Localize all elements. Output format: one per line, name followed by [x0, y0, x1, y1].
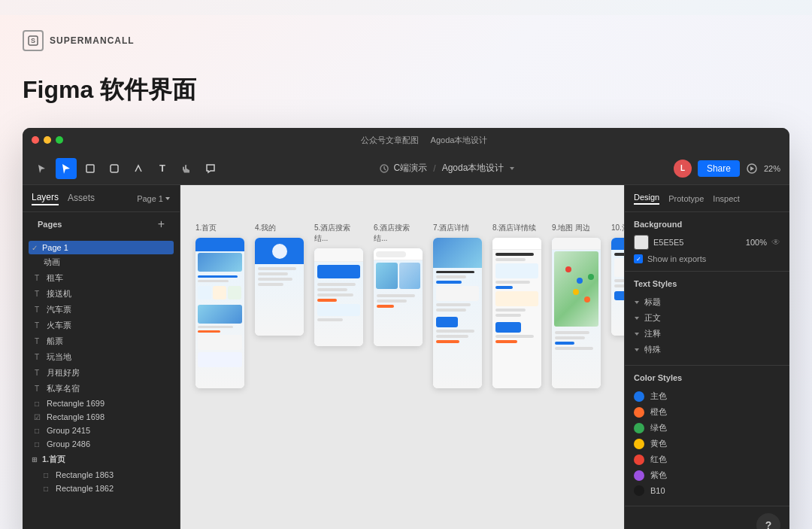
text-style-special[interactable]: 特殊: [634, 342, 780, 357]
phone-frame-2[interactable]: [255, 238, 304, 336]
frame-homepage: 1.首页: [195, 223, 244, 388]
layer-rect-1862[interactable]: □ Rectangle 1862: [29, 482, 174, 495]
frame-room-type: 10.酒店房型: [611, 223, 624, 336]
pages-title: Pages: [38, 220, 62, 229]
layer-rental-room[interactable]: T 月租好房: [29, 365, 174, 381]
tab-page[interactable]: Page 1: [137, 194, 171, 203]
right-panel: Design Prototype Inspect Background E5E5…: [624, 185, 789, 529]
text-icon: T: [32, 290, 42, 298]
brand-header: S SUPERMANCALL: [23, 30, 789, 51]
close-button[interactable]: [32, 136, 39, 144]
title-bar-middle: 公众号文章配图 Agoda本地设计: [68, 135, 780, 146]
add-page-button[interactable]: +: [158, 218, 165, 230]
color-b10[interactable]: B10: [634, 483, 780, 498]
pen-tool[interactable]: [128, 158, 149, 179]
phone-frame-5[interactable]: [433, 238, 482, 388]
help-button[interactable]: ?: [756, 513, 780, 529]
tab-inspect[interactable]: Inspect: [713, 194, 739, 203]
phone-frame-8[interactable]: [611, 238, 624, 336]
group-icon: □: [32, 427, 42, 435]
play-icon[interactable]: [746, 163, 758, 175]
phone-frame-6[interactable]: [492, 238, 541, 388]
frame-mine: 4.我的: [255, 223, 304, 336]
text-icon: T: [32, 274, 42, 282]
tab-design[interactable]: Design: [634, 193, 659, 205]
tab-prototype[interactable]: Prototype: [668, 194, 704, 203]
check-rect-icon: ☑: [32, 413, 42, 421]
cursor-tool[interactable]: [56, 158, 77, 179]
text-icon: T: [32, 385, 42, 393]
zoom-level[interactable]: 22%: [764, 164, 780, 173]
frame-label-6: 8.酒店详情续: [492, 223, 536, 233]
minimize-button[interactable]: [44, 136, 51, 144]
rect-icon: □: [41, 485, 51, 493]
toolbar: T C端演示 / Agoda本地: [23, 152, 789, 185]
layer-bus-ticket[interactable]: T 汽车票: [29, 302, 174, 318]
user-avatar[interactable]: L: [674, 160, 692, 178]
color-primary[interactable]: 主色: [634, 388, 780, 404]
frame-label-2: 4.我的: [255, 223, 276, 233]
frame-label-3: 5.酒店搜索结...: [314, 223, 363, 244]
phone-frame-4[interactable]: [374, 248, 423, 346]
layer-rect-1863[interactable]: □ Rectangle 1863: [29, 468, 174, 482]
background-control: E5E5E5 100% 👁: [634, 235, 780, 250]
text-styles-section: Text Styles 标题 正文 注释 特殊: [625, 272, 789, 366]
show-exports-checkbox[interactable]: ✓: [634, 254, 643, 263]
color-purple[interactable]: 紫色: [634, 467, 780, 483]
comment-tool[interactable]: [200, 158, 221, 179]
color-styles-title: Color Styles: [634, 373, 780, 382]
shape-tool[interactable]: [104, 158, 125, 179]
layer-train-ticket[interactable]: T 火车票: [29, 318, 174, 333]
hand-tool[interactable]: [176, 158, 197, 179]
frame-hotel-detail1: 7.酒店详情: [433, 223, 482, 388]
background-section: Background E5E5E5 100% 👁 ✓ Show in expor…: [625, 212, 789, 272]
layer-play-local[interactable]: T 玩当地: [29, 349, 174, 365]
color-orange[interactable]: 橙色: [634, 404, 780, 420]
show-exports-label: Show in exports: [647, 254, 706, 263]
frame-tool[interactable]: [80, 158, 101, 179]
file-name-label: 公众号文章配图: [361, 135, 419, 146]
brand-logo: S: [23, 30, 44, 51]
layer-private-hotel[interactable]: T 私享名宿: [29, 381, 174, 397]
phone-frame-1[interactable]: [195, 238, 244, 388]
rect-icon: □: [41, 471, 51, 479]
animation-item[interactable]: 动画: [29, 254, 174, 270]
toolbar-user: C端演示: [394, 162, 428, 175]
text-style-title[interactable]: 标题: [634, 294, 780, 310]
background-swatch[interactable]: [634, 235, 649, 250]
page-1-item[interactable]: ✓ Page 1: [29, 241, 174, 254]
background-color-value[interactable]: E5E5E5: [653, 238, 741, 247]
tab-layers[interactable]: Layers: [32, 192, 59, 205]
layer-rect-1699[interactable]: □ Rectangle 1699: [29, 397, 174, 410]
text-style-body[interactable]: 正文: [634, 310, 780, 326]
layer-homepage-group[interactable]: ⊞ 1.首页: [29, 451, 174, 468]
layer-rect-1698[interactable]: ☑ Rectangle 1698: [29, 410, 174, 424]
layer-transfer[interactable]: T 接送机: [29, 286, 174, 302]
layer-group-2486[interactable]: □ Group 2486: [29, 437, 174, 451]
visibility-icon[interactable]: 👁: [771, 237, 780, 248]
frame-label-8: 10.酒店房型: [611, 223, 624, 233]
text-icon: T: [32, 321, 42, 330]
phone-frame-3[interactable]: [314, 248, 363, 346]
color-red[interactable]: 红色: [634, 451, 780, 467]
text-icon: T: [32, 353, 42, 361]
phone-frame-7[interactable]: [552, 238, 601, 388]
text-style-caption[interactable]: 注释: [634, 326, 780, 342]
canvas-area[interactable]: 1.首页: [180, 185, 624, 529]
color-yellow[interactable]: 黄色: [634, 436, 780, 451]
frame-label-5: 7.酒店详情: [433, 223, 469, 233]
toolbar-right: L Share 22%: [674, 160, 780, 178]
move-tool[interactable]: [32, 158, 53, 179]
background-opacity[interactable]: 100%: [746, 238, 767, 247]
maximize-button[interactable]: [56, 136, 63, 144]
layer-group-2415[interactable]: □ Group 2415: [29, 424, 174, 437]
text-tool[interactable]: T: [152, 158, 173, 179]
layer-car-rental[interactable]: T 租车: [29, 270, 174, 286]
text-icon: T: [32, 369, 42, 377]
frame-label-7: 9.地图 周边: [552, 223, 590, 233]
tab-assets[interactable]: Assets: [68, 193, 95, 205]
layer-ship-ticket[interactable]: T 船票: [29, 333, 174, 349]
color-green[interactable]: 绿色: [634, 420, 780, 436]
share-button[interactable]: Share: [698, 160, 740, 177]
frame-hotel-search2: 6.酒店搜索结...: [374, 223, 423, 346]
